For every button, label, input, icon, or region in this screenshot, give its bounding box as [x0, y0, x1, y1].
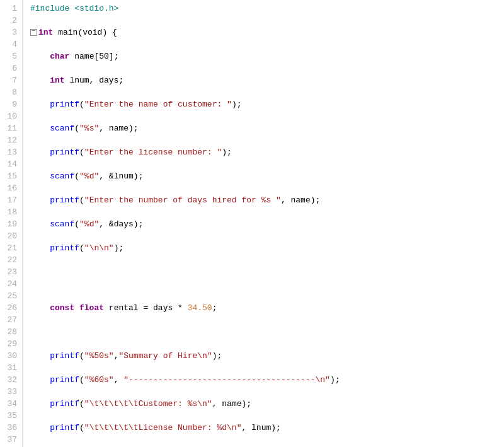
code-line — [30, 134, 504, 146]
line-number: 12 — [5, 134, 17, 146]
line-number: 10 — [5, 110, 17, 122]
line-number: 13 — [5, 146, 17, 158]
collapse-icon[interactable] — [30, 29, 37, 36]
line-number: 4 — [5, 38, 17, 50]
line-number: 34 — [5, 398, 17, 410]
code-line: int lnum, days; — [30, 74, 504, 86]
line-number: 25 — [5, 290, 17, 302]
code-line — [30, 314, 504, 326]
code-line: printf("\t\t\t\t\tLicense Number: %d\n",… — [30, 422, 504, 434]
line-number: 23 — [5, 266, 17, 278]
code-line — [30, 278, 504, 290]
line-number: 28 — [5, 326, 17, 338]
code-line — [30, 86, 504, 98]
line-number: 36 — [5, 422, 17, 434]
line-number: 17 — [5, 194, 17, 206]
code-line — [30, 290, 504, 302]
line-number-gutter: 1234567891011121314151617181920212223242… — [0, 0, 23, 447]
code-line — [30, 110, 504, 122]
line-number: 1 — [5, 3, 17, 15]
line-number: 16 — [5, 182, 17, 194]
code-line — [30, 362, 504, 374]
code-line — [30, 15, 504, 26]
line-number: 5 — [5, 50, 17, 62]
code-line: int main(void) { — [30, 26, 504, 38]
line-number: 27 — [5, 314, 17, 326]
line-number: 3 — [5, 26, 17, 38]
line-number: 14 — [5, 158, 17, 170]
code-line: printf("Enter the license number: "); — [30, 146, 504, 158]
line-number: 7 — [5, 74, 17, 86]
code-line: printf("%50s","Summary of Hire\n"); — [30, 350, 504, 362]
code-line: scanf("%d", &lnum); — [30, 170, 504, 182]
code-line: printf("%60s", "------------------------… — [30, 374, 504, 386]
code-line — [30, 338, 504, 350]
code-line: scanf("%s", name); — [30, 122, 504, 134]
code-line — [30, 410, 504, 422]
line-number: 29 — [5, 338, 17, 350]
line-number: 2 — [5, 15, 17, 26]
code-line: char name[50]; — [30, 50, 504, 62]
code-line — [30, 434, 504, 446]
code-line: printf("Enter the name of customer: "); — [30, 98, 504, 110]
code-line — [30, 326, 504, 338]
code-line: printf("\t\t\t\t\tCustomer: %s\n", name)… — [30, 398, 504, 410]
code-line: const float rental = days * 34.50; — [30, 302, 504, 314]
line-number: 11 — [5, 122, 17, 134]
code-line: printf("Enter the number of days hired f… — [30, 194, 504, 206]
code-line: printf("\n\n"); — [30, 242, 504, 254]
code-line: scanf("%d", &days); — [30, 218, 504, 230]
line-number: 19 — [5, 218, 17, 230]
line-number: 37 — [5, 434, 17, 446]
line-number: 20 — [5, 230, 17, 242]
code-line — [30, 182, 504, 194]
line-number: 15 — [5, 170, 17, 182]
line-number: 6 — [5, 62, 17, 74]
code-line: #include <stdio.h> — [30, 3, 504, 15]
code-line — [30, 206, 504, 218]
code-line — [30, 386, 504, 398]
line-number: 9 — [5, 98, 17, 110]
code-line — [30, 266, 504, 278]
line-number: 31 — [5, 362, 17, 374]
line-number: 18 — [5, 206, 17, 218]
line-number: 35 — [5, 410, 17, 422]
line-number: 22 — [5, 254, 17, 266]
line-number: 21 — [5, 242, 17, 254]
code-line — [30, 254, 504, 266]
line-number: 8 — [5, 86, 17, 98]
code-line — [30, 230, 504, 242]
line-number: 30 — [5, 350, 17, 362]
code-editor: 1234567891011121314151617181920212223242… — [0, 0, 504, 447]
line-number: 33 — [5, 386, 17, 398]
code-line — [30, 38, 504, 50]
code-line — [30, 62, 504, 74]
line-number: 32 — [5, 374, 17, 386]
line-number: 26 — [5, 302, 17, 314]
code-area[interactable]: #include <stdio.h> int main(void) { char… — [23, 0, 504, 447]
code-line — [30, 158, 504, 170]
line-number: 24 — [5, 278, 17, 290]
